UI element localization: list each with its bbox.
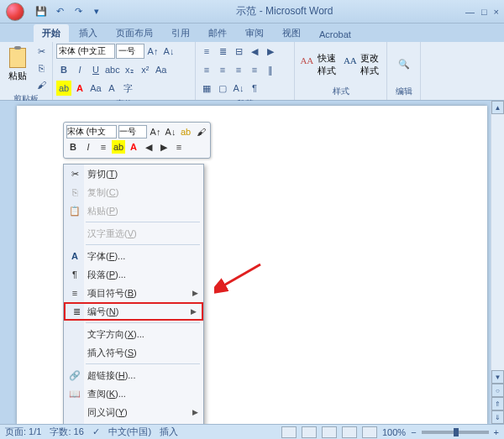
align-right-button[interactable]: ≡ <box>231 62 246 77</box>
highlight-button[interactable]: ab <box>56 81 71 96</box>
scroll-down-button[interactable]: ▼ <box>491 370 504 384</box>
tab-review[interactable]: 审阅 <box>237 24 272 42</box>
status-insert-mode[interactable]: 插入 <box>160 426 178 438</box>
mini-highlight[interactable]: ab <box>179 125 192 138</box>
char-shading-button[interactable]: 字 <box>120 81 135 96</box>
copy-button[interactable]: ⎘ <box>34 60 49 76</box>
multilevel-button[interactable]: ⊟ <box>231 44 246 59</box>
decrease-indent-button[interactable]: ◀ <box>247 44 262 59</box>
outline-view[interactable] <box>342 426 357 438</box>
shrink-font-button[interactable]: A↓ <box>161 44 176 59</box>
font-size-select[interactable] <box>116 44 144 59</box>
redo-button[interactable]: ↷ <box>71 4 86 19</box>
superscript-button[interactable]: x² <box>138 62 153 77</box>
show-marks-button[interactable]: ¶ <box>247 81 262 96</box>
draft-view[interactable] <box>362 426 377 438</box>
mini-font-color[interactable]: A <box>127 140 140 154</box>
sort-button[interactable]: A↓ <box>231 81 246 96</box>
full-screen-view[interactable] <box>302 426 317 438</box>
grow-font-button[interactable]: A↑ <box>145 44 160 59</box>
undo-button[interactable]: ↶ <box>52 4 67 19</box>
italic-button[interactable]: I <box>72 62 87 77</box>
format-painter-button[interactable]: 🖌 <box>34 77 49 92</box>
tab-view[interactable]: 视图 <box>274 24 309 42</box>
paste-button[interactable]: 粘贴 <box>3 44 32 86</box>
zoom-out-button[interactable]: − <box>411 427 416 437</box>
shading-button[interactable]: ▦ <box>199 81 214 96</box>
ctx-bullets[interactable]: ≡项目符号(B)▶ <box>64 284 203 302</box>
subscript-button[interactable]: x₂ <box>122 62 137 77</box>
change-styles-button[interactable]: AA <box>342 44 360 77</box>
chevron-right-icon: ▶ <box>192 289 198 297</box>
scroll-up-button[interactable]: ▲ <box>491 101 504 114</box>
mini-italic[interactable]: I <box>81 140 95 154</box>
tab-layout[interactable]: 页面布局 <box>108 24 161 42</box>
next-page-button[interactable]: ⇓ <box>491 410 504 424</box>
tab-references[interactable]: 引用 <box>163 24 198 42</box>
status-words[interactable]: 字数: 16 <box>50 426 83 438</box>
numbering-button[interactable]: ≣ <box>215 44 230 59</box>
prev-page-button[interactable]: ⇑ <box>491 397 504 410</box>
browse-object-button[interactable]: ○ <box>491 384 504 397</box>
editing-button[interactable]: 🔍 <box>396 57 412 72</box>
web-layout-view[interactable] <box>322 426 337 438</box>
minimize-button[interactable]: — <box>465 7 475 17</box>
ctx-lookup[interactable]: 📖查阅(K)... <box>64 384 203 403</box>
char-border-button[interactable]: A <box>104 81 119 96</box>
ctx-text-direction[interactable]: 文字方向(X)... <box>64 325 203 343</box>
status-page[interactable]: 页面: 1/1 <box>5 426 41 438</box>
ctx-font[interactable]: A字体(F)... <box>64 247 203 265</box>
mini-font-size[interactable] <box>118 125 147 138</box>
ctx-paragraph[interactable]: ¶段落(P)... <box>64 265 203 284</box>
status-proofing-icon[interactable]: ✓ <box>92 426 100 437</box>
status-language[interactable]: 中文(中国) <box>108 426 151 438</box>
increase-indent-button[interactable]: ▶ <box>263 44 278 59</box>
mini-font-family[interactable] <box>66 125 117 138</box>
mini-toolbar: A↑ A↓ ab 🖌 B I ≡ ab A ◀ ▶ ≡ <box>63 122 211 159</box>
borders-button[interactable]: ▢ <box>215 81 230 96</box>
mini-format-painter[interactable]: 🖌 <box>194 125 207 138</box>
office-button[interactable] <box>0 0 30 24</box>
close-button[interactable]: × <box>494 7 499 17</box>
mini-bullets[interactable]: ≡ <box>172 140 186 154</box>
maximize-button[interactable]: □ <box>481 7 487 17</box>
justify-button[interactable]: ≡ <box>247 62 262 77</box>
strike-button[interactable]: abc <box>104 62 121 77</box>
mini-decrease-indent[interactable]: ◀ <box>142 140 155 154</box>
tab-mailings[interactable]: 邮件 <box>200 24 235 42</box>
ctx-hyperlink[interactable]: 🔗超链接(H)... <box>64 366 203 384</box>
mini-bold[interactable]: B <box>66 140 80 154</box>
zoom-level[interactable]: 100% <box>382 427 406 437</box>
mini-shrink-font[interactable]: A↓ <box>164 125 177 138</box>
print-layout-view[interactable] <box>281 426 297 438</box>
clear-format-button[interactable]: Aa <box>154 62 169 77</box>
mini-align-center[interactable]: ≡ <box>97 140 110 154</box>
ctx-numbering[interactable]: ≣编号(N)▶ <box>64 302 203 321</box>
quick-styles-button[interactable]: AA <box>298 44 316 77</box>
change-case-button[interactable]: Aa <box>88 81 103 96</box>
qat-more-button[interactable]: ▾ <box>89 4 104 19</box>
line-spacing-button[interactable]: ‖ <box>263 62 278 77</box>
ctx-insert-symbol[interactable]: 插入符号(S) <box>64 343 203 362</box>
save-button[interactable]: 💾 <box>34 4 49 19</box>
zoom-slider[interactable] <box>422 431 489 434</box>
bullets-button[interactable]: ≡ <box>199 44 214 59</box>
font-family-select[interactable] <box>56 44 115 59</box>
mini-grow-font[interactable]: A↑ <box>149 125 162 138</box>
align-center-button[interactable]: ≡ <box>215 62 230 77</box>
mini-highlight2[interactable]: ab <box>112 140 125 154</box>
align-left-button[interactable]: ≡ <box>199 62 214 77</box>
tab-home[interactable]: 开始 <box>34 24 69 42</box>
zoom-thumb[interactable] <box>454 428 459 436</box>
ctx-cut[interactable]: ✂剪切(T) <box>64 165 203 183</box>
font-color-button[interactable]: A <box>72 81 87 96</box>
tab-insert[interactable]: 插入 <box>71 24 106 42</box>
tab-acrobat[interactable]: Acrobat <box>311 27 360 42</box>
underline-button[interactable]: U <box>88 62 103 77</box>
bold-button[interactable]: B <box>56 62 71 77</box>
zoom-in-button[interactable]: + <box>494 427 499 437</box>
cut-button[interactable]: ✂ <box>34 44 49 59</box>
mini-increase-indent[interactable]: ▶ <box>157 140 171 154</box>
vertical-scrollbar[interactable]: ▲ ▼ ○ ⇑ ⇓ <box>491 101 504 424</box>
ctx-synonyms[interactable]: 同义词(Y)▶ <box>64 403 203 421</box>
